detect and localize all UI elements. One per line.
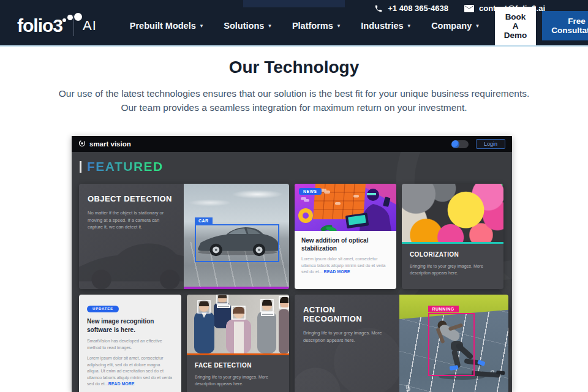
brand-logo[interactable]: folio3 AI bbox=[17, 15, 97, 36]
card-title: New addition of optical stabilization bbox=[301, 236, 390, 252]
logo-dots bbox=[62, 13, 83, 23]
people-art bbox=[187, 295, 289, 353]
read-more-link[interactable]: READ MORE bbox=[108, 382, 135, 386]
ghost-car-silhouette bbox=[79, 231, 184, 289]
colorization-body: COLORIZATION Bringing life to your grey … bbox=[402, 244, 503, 277]
app-header: smart vision Login bbox=[72, 136, 512, 152]
bbox-label: CAR bbox=[195, 217, 213, 224]
chevron-down-icon: ▾ bbox=[476, 23, 479, 29]
face-detection-body: FACE DETECTION Bringing life to your gre… bbox=[187, 355, 289, 388]
app-header-right: Login bbox=[451, 139, 505, 149]
logo-suffix: AI bbox=[83, 18, 97, 34]
app-brand-text: smart vision bbox=[89, 140, 131, 148]
card-description: Bringing life to your grey images. More … bbox=[410, 263, 496, 277]
object-detection-image: CAR bbox=[184, 184, 289, 289]
colorization-image bbox=[402, 184, 503, 242]
action-recognition-text-panel: ACTION RECOGNITION Bringing life to your… bbox=[295, 295, 399, 392]
theme-toggle[interactable] bbox=[451, 140, 469, 148]
nav-cta-group: Book A Demo Free Consultation bbox=[495, 7, 588, 45]
card-description: Bringing life to your grey images. More … bbox=[303, 330, 391, 344]
card-colorization[interactable]: COLORIZATION Bringing life to your grey … bbox=[402, 184, 503, 289]
nav-item-prebuilt-models[interactable]: Prebuilt Models ▾ bbox=[130, 21, 203, 31]
top-navbar: +1 408 365-4638 contact@folio3.ai folio3… bbox=[0, 0, 588, 47]
section-description: Our use of the latest technologies ensur… bbox=[52, 87, 536, 115]
nav-item-solutions[interactable]: Solutions ▾ bbox=[224, 21, 271, 31]
app-brand[interactable]: smart vision bbox=[78, 140, 131, 148]
page: +1 408 365-4638 contact@folio3.ai folio3… bbox=[0, 0, 588, 392]
card-title: New image recognition software is here. bbox=[87, 317, 173, 334]
card-title: ACTION RECOGNITION bbox=[303, 305, 391, 323]
navbar-dropdown-remnant bbox=[243, 0, 345, 7]
featured-heading: FEATURED bbox=[80, 159, 164, 174]
object-detection-text-panel: OBJECT DETECTION No matter if the object… bbox=[79, 184, 184, 289]
news-body: New addition of optical stabilization Lo… bbox=[295, 231, 396, 276]
chevron-down-icon: ▾ bbox=[408, 23, 411, 29]
chevron-down-icon: ▾ bbox=[337, 23, 341, 29]
card-face-detection[interactable]: FACE DETECTION Bringing life to your gre… bbox=[187, 295, 289, 392]
main-nav: Prebuilt Models ▾ Solutions ▾ Platforms … bbox=[130, 21, 479, 31]
card-object-detection[interactable]: OBJECT DETECTION No matter if the object… bbox=[79, 184, 289, 289]
card-action-recognition[interactable]: ACTION RECOGNITION Bringing life to your… bbox=[295, 295, 508, 392]
bbox-label: RUNNING bbox=[428, 306, 459, 312]
news-illustration: NEWS bbox=[295, 184, 396, 231]
card-news[interactable]: NEWS New addition of optical stabilizati… bbox=[295, 184, 396, 289]
card-description: No matter if the object is stationary or… bbox=[88, 209, 175, 231]
card-body-text: Lorem ipsum dolor sit amet, consectetur … bbox=[87, 355, 173, 388]
chevron-down-icon: ▾ bbox=[200, 23, 203, 29]
card-title: FACE DETECTION bbox=[195, 362, 281, 369]
smart-vision-screenshot: smart vision Login FEATURED OBJECT DETEC… bbox=[72, 136, 512, 392]
card-body-text: Lorem ipsum dolor sit amet, consectetur … bbox=[301, 256, 390, 276]
updates-badge: UPDATES bbox=[87, 306, 119, 312]
nav-row: folio3 AI Prebuilt Models ▾ Solutions ▾ … bbox=[0, 7, 588, 44]
action-recognition-image: 5 3 R bbox=[399, 295, 508, 392]
card-description: Bringing life to your grey images. More … bbox=[195, 374, 281, 388]
nav-item-platforms[interactable]: Platforms ▾ bbox=[292, 21, 340, 31]
featured-heading-text: FEATURED bbox=[87, 159, 164, 174]
read-more-link[interactable]: READ MORE bbox=[324, 270, 350, 274]
free-consultation-button[interactable]: Free Consultation bbox=[542, 11, 588, 40]
nav-item-industries[interactable]: Industries ▾ bbox=[361, 21, 410, 31]
book-demo-button[interactable]: Book A Demo bbox=[495, 7, 537, 45]
featured-accent-bar bbox=[80, 161, 81, 173]
card-title: COLORIZATION bbox=[410, 251, 496, 258]
chevron-down-icon: ▾ bbox=[268, 23, 271, 29]
face-detection-image bbox=[187, 295, 289, 353]
news-badge: NEWS bbox=[299, 188, 322, 195]
card-updates[interactable]: UPDATES New image recognition software i… bbox=[79, 295, 181, 392]
nav-item-company[interactable]: Company ▾ bbox=[431, 21, 479, 31]
card-intro-text: SmartVision has developed an effective m… bbox=[87, 338, 173, 351]
login-button[interactable]: Login bbox=[476, 139, 505, 149]
card-title: OBJECT DETECTION bbox=[88, 194, 175, 203]
card-accent-strip bbox=[184, 287, 289, 289]
eye-icon bbox=[78, 140, 86, 148]
toggle-knob-icon bbox=[451, 140, 459, 148]
detection-bbox: RUNNING bbox=[428, 313, 475, 376]
page-title: Our Technology bbox=[0, 58, 588, 77]
logo-text: folio3 bbox=[17, 15, 62, 36]
detection-bbox: CAR bbox=[195, 224, 279, 262]
